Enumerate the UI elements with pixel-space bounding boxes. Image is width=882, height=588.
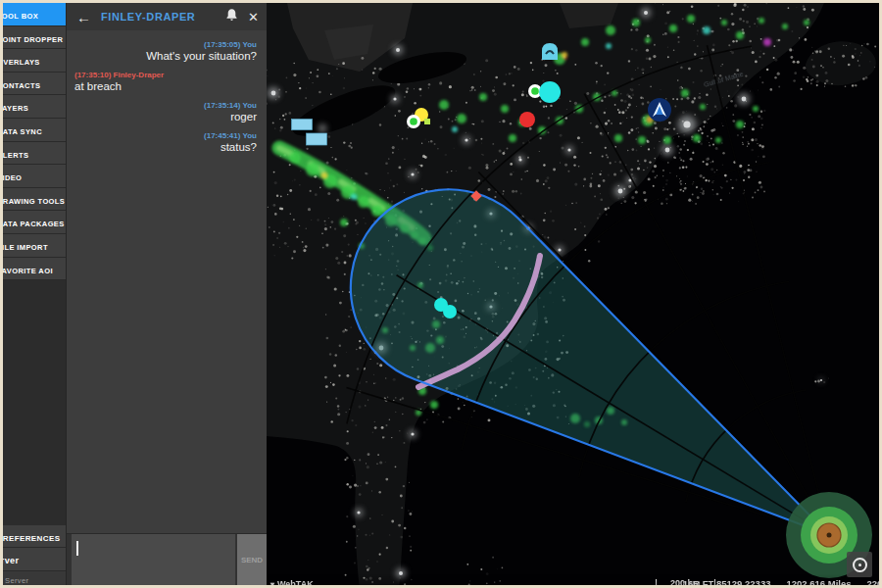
sidebar-item-label: DATA PACKAGES: [3, 214, 65, 234]
bell-icon[interactable]: [225, 8, 238, 25]
chat-panel: ← FINLEY-DRAPER ✕ (17:35:05) YouWhat's y…: [66, 3, 267, 585]
message-text: at breach: [74, 80, 257, 92]
sidebar-item-file-import[interactable]: FILE IMPORT: [3, 234, 66, 258]
sidebar-item-label: OVERLAYS: [3, 52, 40, 73]
sidebar-item-label: TOOL BOX: [3, 6, 38, 26]
chat-message: (17:45:41) Youstatus?: [74, 131, 257, 153]
chat-message-input[interactable]: [72, 534, 235, 585]
chat-message: (17:35:10) Finley-Draperat breach: [74, 71, 257, 92]
sidebar-item-overlays[interactable]: OVERLAYS: [3, 49, 66, 73]
chat-header: ← FINLEY-DRAPER ✕: [67, 3, 267, 30]
sidebar-item-label: ALERTS: [3, 145, 28, 166]
sidebar-item-tool-box[interactable]: TOOL BOX: [3, 3, 66, 26]
sidebar-item-alerts[interactable]: ALERTS: [3, 142, 66, 166]
unit-marker-cyan[interactable]: [539, 81, 561, 103]
sidebar-item-label: FILE IMPORT: [3, 237, 48, 258]
unit-marker-square[interactable]: [424, 119, 430, 124]
webtak-app: Gulf of Maine ▾WebTAK 200 km 16R FT 8512…: [0, 0, 882, 588]
chat-input-bar: SEND: [67, 533, 267, 585]
sidebar-item-label: DRAWING TOOLS: [3, 191, 65, 212]
friendly-unit-rect[interactable]: [292, 120, 313, 130]
message-text: What's your situation?: [74, 50, 257, 62]
message-text: roger: [74, 111, 257, 122]
friendly-unit-rect[interactable]: [307, 133, 327, 145]
sidebar-item-layers[interactable]: LAYERS: [3, 95, 66, 119]
toolbox-sidebar: TOOL BOXPOINT DROPPEROVERLAYSCONTACTSLAY…: [3, 3, 66, 585]
message-text: status?: [74, 141, 257, 153]
self-position-marker[interactable]: [648, 98, 671, 122]
chat-message: (17:35:05) YouWhat's your situation?: [74, 40, 257, 62]
sensor-marker[interactable]: [542, 43, 558, 60]
sidebar-item-point-dropper[interactable]: POINT DROPPER: [3, 26, 66, 50]
map-graphics: Gulf of Maine: [266, 3, 882, 588]
sidebar-item-preferences[interactable]: PREFERENCES: [3, 525, 66, 549]
unit-marker-green2[interactable]: [407, 115, 420, 128]
close-icon[interactable]: ✕: [248, 10, 259, 24]
send-button[interactable]: SEND: [237, 534, 267, 585]
sidebar-item-label: POINT DROPPER: [3, 29, 63, 50]
chat-message: (17:35:14) Youroger: [74, 101, 257, 122]
sidebar-item-drawing-tools[interactable]: DRAWING TOOLS: [3, 188, 66, 212]
sidebar-item-label: DATA SYNC: [3, 122, 42, 142]
locate-me-button[interactable]: [847, 552, 872, 577]
chat-message-list: (17:35:05) YouWhat's your situation?(17:…: [67, 30, 267, 533]
message-timestamp: (17:35:10) Finley-Draper: [74, 71, 257, 79]
message-timestamp: (17:35:14) You: [74, 101, 257, 110]
sidebar-item-label: VIDEO: [3, 168, 22, 188]
sidebar-item-contacts[interactable]: CONTACTS: [3, 73, 66, 96]
chat-contact-title: FINLEY-DRAPER: [101, 11, 225, 23]
hostile-marker[interactable]: [519, 112, 535, 127]
sidebar-item-label: CONTACTS: [3, 75, 40, 96]
text-caret: [76, 541, 78, 556]
crosshair-icon: [853, 558, 867, 572]
map-canvas[interactable]: Gulf of Maine ▾WebTAK 200 km 16R FT 8512…: [266, 3, 882, 588]
server-status-label: Server: [3, 571, 66, 585]
sidebar-item-favorite-aoi[interactable]: FAVORITE AOI: [3, 258, 66, 281]
back-arrow-icon[interactable]: ←: [67, 9, 101, 25]
sidebar-item-data-sync[interactable]: DATA SYNC: [3, 119, 66, 142]
sidebar-item-label: FAVORITE AOI: [3, 261, 53, 281]
sidebar-item-label: LAYERS: [3, 98, 28, 119]
team-marker-cyan[interactable]: [443, 305, 457, 318]
sidebar-item-video[interactable]: VIDEO: [3, 165, 66, 188]
message-timestamp: (17:35:05) You: [74, 40, 257, 49]
sidebar-item-data-packages[interactable]: DATA PACKAGES: [3, 211, 66, 234]
message-timestamp: (17:45:41) You: [74, 131, 257, 140]
sidebar-item-server[interactable]: Server: [3, 548, 66, 571]
map-bottom-bar: [266, 574, 882, 588]
